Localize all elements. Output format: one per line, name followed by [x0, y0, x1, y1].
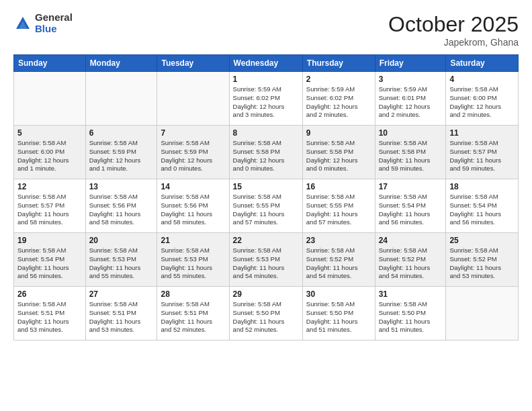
day-info: Sunrise: 5:58 AM Sunset: 5:53 PM Dayligh… — [89, 246, 154, 281]
table-row: 8Sunrise: 5:58 AM Sunset: 5:58 PM Daylig… — [229, 126, 302, 179]
day-info: Sunrise: 5:58 AM Sunset: 5:58 PM Dayligh… — [379, 139, 443, 173]
table-row: 6Sunrise: 5:58 AM Sunset: 5:59 PM Daylig… — [85, 126, 157, 179]
day-info: Sunrise: 5:58 AM Sunset: 5:52 PM Dayligh… — [306, 246, 371, 281]
table-row: 31Sunrise: 5:58 AM Sunset: 5:50 PM Dayli… — [375, 287, 446, 340]
title-block: October 2025 Japekrom, Ghana — [388, 12, 519, 48]
table-row: 18Sunrise: 5:58 AM Sunset: 5:54 PM Dayli… — [446, 179, 519, 233]
table-row: 26Sunrise: 5:58 AM Sunset: 5:51 PM Dayli… — [14, 287, 86, 340]
day-number: 1 — [233, 75, 299, 84]
calendar: Sunday Monday Tuesday Wednesday Thursday… — [13, 54, 519, 340]
col-saturday: Saturday — [446, 55, 519, 72]
day-number: 5 — [17, 128, 82, 138]
day-info: Sunrise: 5:58 AM Sunset: 5:51 PM Dayligh… — [89, 300, 154, 334]
day-info: Sunrise: 5:58 AM Sunset: 5:53 PM Dayligh… — [161, 246, 225, 281]
day-number: 15 — [233, 182, 299, 191]
day-number: 25 — [449, 236, 515, 245]
location: Japekrom, Ghana — [388, 37, 519, 48]
table-row: 10Sunrise: 5:58 AM Sunset: 5:58 PM Dayli… — [375, 126, 446, 179]
calendar-week-row: 12Sunrise: 5:58 AM Sunset: 5:57 PM Dayli… — [14, 179, 519, 233]
table-row: 2Sunrise: 5:59 AM Sunset: 6:02 PM Daylig… — [302, 72, 375, 126]
table-row: 28Sunrise: 5:58 AM Sunset: 5:51 PM Dayli… — [157, 287, 229, 340]
table-row: 30Sunrise: 5:58 AM Sunset: 5:50 PM Dayli… — [302, 287, 375, 340]
day-number: 8 — [233, 128, 299, 138]
table-row: 9Sunrise: 5:58 AM Sunset: 5:58 PM Daylig… — [302, 126, 375, 179]
day-info: Sunrise: 5:59 AM Sunset: 6:02 PM Dayligh… — [233, 85, 299, 120]
page: General Blue October 2025 Japekrom, Ghan… — [0, 0, 532, 411]
col-sunday: Sunday — [14, 55, 86, 72]
day-info: Sunrise: 5:58 AM Sunset: 5:50 PM Dayligh… — [306, 300, 371, 334]
day-info: Sunrise: 5:58 AM Sunset: 5:54 PM Dayligh… — [379, 193, 443, 227]
table-row: 3Sunrise: 5:59 AM Sunset: 6:01 PM Daylig… — [375, 72, 446, 126]
table-row: 15Sunrise: 5:58 AM Sunset: 5:55 PM Dayli… — [229, 179, 302, 233]
calendar-week-row: 19Sunrise: 5:58 AM Sunset: 5:54 PM Dayli… — [14, 233, 519, 287]
table-row: 25Sunrise: 5:58 AM Sunset: 5:52 PM Dayli… — [446, 233, 519, 287]
table-row: 14Sunrise: 5:58 AM Sunset: 5:56 PM Dayli… — [157, 179, 229, 233]
day-info: Sunrise: 5:58 AM Sunset: 5:55 PM Dayligh… — [233, 193, 299, 227]
day-number: 14 — [161, 182, 225, 191]
day-info: Sunrise: 5:58 AM Sunset: 5:53 PM Dayligh… — [233, 246, 299, 281]
day-number: 3 — [379, 75, 443, 84]
col-monday: Monday — [85, 55, 157, 72]
table-row: 20Sunrise: 5:58 AM Sunset: 5:53 PM Dayli… — [85, 233, 157, 287]
day-number: 30 — [306, 289, 371, 299]
logo-text: General Blue — [35, 12, 73, 34]
day-number: 29 — [233, 289, 299, 299]
day-info: Sunrise: 5:58 AM Sunset: 5:59 PM Dayligh… — [161, 139, 225, 173]
day-info: Sunrise: 5:58 AM Sunset: 5:58 PM Dayligh… — [233, 139, 299, 173]
table-row: 1Sunrise: 5:59 AM Sunset: 6:02 PM Daylig… — [229, 72, 302, 126]
day-info: Sunrise: 5:58 AM Sunset: 5:57 PM Dayligh… — [17, 193, 82, 227]
day-number: 17 — [379, 182, 443, 191]
day-number: 18 — [449, 182, 515, 191]
day-info: Sunrise: 5:58 AM Sunset: 5:51 PM Dayligh… — [17, 300, 82, 334]
col-friday: Friday — [375, 55, 446, 72]
day-number: 6 — [89, 128, 154, 138]
day-info: Sunrise: 5:58 AM Sunset: 5:56 PM Dayligh… — [89, 193, 154, 227]
logo: General Blue — [13, 12, 73, 34]
day-info: Sunrise: 5:58 AM Sunset: 5:54 PM Dayligh… — [449, 193, 515, 227]
table-row: 4Sunrise: 5:58 AM Sunset: 6:00 PM Daylig… — [446, 72, 519, 126]
col-thursday: Thursday — [302, 55, 375, 72]
table-row: 17Sunrise: 5:58 AM Sunset: 5:54 PM Dayli… — [375, 179, 446, 233]
day-number: 7 — [161, 128, 225, 138]
calendar-week-row: 1Sunrise: 5:59 AM Sunset: 6:02 PM Daylig… — [14, 72, 519, 126]
day-info: Sunrise: 5:58 AM Sunset: 6:00 PM Dayligh… — [449, 85, 515, 120]
table-row — [85, 72, 157, 126]
header: General Blue October 2025 Japekrom, Ghan… — [13, 12, 519, 48]
day-number: 12 — [17, 182, 82, 191]
table-row — [446, 287, 519, 340]
table-row: 22Sunrise: 5:58 AM Sunset: 5:53 PM Dayli… — [229, 233, 302, 287]
table-row: 27Sunrise: 5:58 AM Sunset: 5:51 PM Dayli… — [85, 287, 157, 340]
day-number: 11 — [449, 128, 515, 138]
table-row: 11Sunrise: 5:58 AM Sunset: 5:57 PM Dayli… — [446, 126, 519, 179]
calendar-week-row: 5Sunrise: 5:58 AM Sunset: 6:00 PM Daylig… — [14, 126, 519, 179]
day-number: 31 — [379, 289, 443, 299]
table-row: 19Sunrise: 5:58 AM Sunset: 5:54 PM Dayli… — [14, 233, 86, 287]
day-info: Sunrise: 5:58 AM Sunset: 5:50 PM Dayligh… — [233, 300, 299, 334]
day-number: 24 — [379, 236, 443, 245]
table-row: 12Sunrise: 5:58 AM Sunset: 5:57 PM Dayli… — [14, 179, 86, 233]
col-wednesday: Wednesday — [229, 55, 302, 72]
logo-blue-text: Blue — [35, 24, 73, 35]
logo-general-text: General — [35, 12, 73, 24]
day-info: Sunrise: 5:58 AM Sunset: 5:55 PM Dayligh… — [306, 193, 371, 227]
day-number: 19 — [17, 236, 82, 245]
table-row: 5Sunrise: 5:58 AM Sunset: 6:00 PM Daylig… — [14, 126, 86, 179]
day-info: Sunrise: 5:59 AM Sunset: 6:01 PM Dayligh… — [379, 85, 443, 120]
day-number: 26 — [17, 289, 82, 299]
day-number: 28 — [161, 289, 225, 299]
day-info: Sunrise: 5:59 AM Sunset: 6:02 PM Dayligh… — [306, 85, 371, 120]
day-info: Sunrise: 5:58 AM Sunset: 5:59 PM Dayligh… — [89, 139, 154, 173]
day-number: 2 — [306, 75, 371, 84]
table-row — [157, 72, 229, 126]
table-row: 7Sunrise: 5:58 AM Sunset: 5:59 PM Daylig… — [157, 126, 229, 179]
month-title: October 2025 — [388, 12, 519, 37]
day-info: Sunrise: 5:58 AM Sunset: 5:57 PM Dayligh… — [449, 139, 515, 173]
table-row: 24Sunrise: 5:58 AM Sunset: 5:52 PM Dayli… — [375, 233, 446, 287]
day-number: 20 — [89, 236, 154, 245]
table-row: 29Sunrise: 5:58 AM Sunset: 5:50 PM Dayli… — [229, 287, 302, 340]
day-info: Sunrise: 5:58 AM Sunset: 5:52 PM Dayligh… — [379, 246, 443, 281]
table-row — [14, 72, 86, 126]
col-tuesday: Tuesday — [157, 55, 229, 72]
day-number: 9 — [306, 128, 371, 138]
day-number: 22 — [233, 236, 299, 245]
